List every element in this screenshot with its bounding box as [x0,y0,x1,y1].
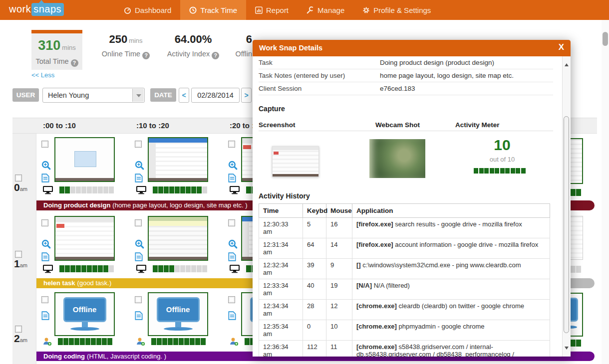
scroll-down-icon[interactable] [565,347,569,352]
snapshot-checkbox[interactable] [41,141,48,148]
column-header-00-10: :00 to :10 [43,121,76,130]
screenshot-thumbnail[interactable] [148,216,208,261]
capture-col-screenshot: Screenshot [259,121,296,129]
activity-bar-partial [571,340,582,347]
activity-bar [58,338,113,345]
screenshot-thumbnail[interactable] [54,216,115,261]
screenshot-thumbnail-partial[interactable] [569,216,583,260]
offline-monitor-icon: Offline [63,297,106,322]
page-scrollbar-thumb[interactable] [603,32,608,46]
page-scrollbar[interactable] [602,20,609,364]
zoom-in-icon[interactable] [41,239,51,251]
online-time-value: 250 [109,33,127,45]
date-badge: DATE [150,88,176,102]
scroll-up-icon[interactable] [565,61,569,66]
nav-item-dashboard[interactable]: Dashboard [115,0,180,20]
snapshot-checkbox[interactable] [135,219,142,226]
notes-icon[interactable] [41,174,49,184]
table-row: 12:34:34 am2812[chrome.exe] cleardb (cle… [259,300,550,320]
screenshot-thumbnail[interactable] [148,137,208,182]
logo-text-work: work [9,3,31,14]
stat-total-time[interactable]: 310mins Total Time [31,30,82,70]
offline-thumbnail-partial[interactable] [569,293,583,337]
modal-scrollbar-thumb[interactable] [564,116,569,333]
activity-bar [59,265,114,272]
col-application: Application [352,204,550,218]
user-select-value: Helen Young [48,91,89,99]
table-row: 12:36:34 am11211[chrome.exe] s58438.grid… [259,341,550,357]
total-time-value: 310 [38,38,60,53]
col-keybd: Keybd [303,204,326,218]
offline-monitor-icon: Offline [157,297,200,322]
zoom-in-icon[interactable] [228,161,238,172]
notes-icon[interactable] [228,252,236,263]
activity-bar [153,186,208,193]
info-row-client-session: Client Sessione76ced.183 [259,82,553,95]
nav-item-manage[interactable]: Manage [298,0,353,20]
row-checkbox-1am[interactable] [15,251,22,258]
notes-icon[interactable] [135,174,143,184]
notes-icon[interactable] [228,174,236,184]
notes-icon[interactable] [135,252,143,263]
nav-item-report[interactable]: Report [246,0,298,20]
row-checkbox-2am[interactable] [15,326,22,333]
table-row: 12:35:34 am010[chrome.exe] phpmyadmin - … [259,320,550,341]
snapshot-checkbox[interactable] [228,296,235,303]
hour-label-0am: 0am [14,182,27,193]
snapshot-checkbox[interactable] [228,219,235,226]
modal-scrollbar[interactable] [562,56,571,357]
close-icon[interactable]: X [559,42,564,52]
notes-icon[interactable] [41,252,49,263]
monitor-icon [42,264,53,273]
offline-thumbnail[interactable]: Offline [54,292,115,336]
screenshot-thumbnail[interactable] [54,137,115,182]
user-badge: USER [12,88,39,102]
user-select[interactable]: Helen Young [42,88,145,103]
row-checkbox-0am[interactable] [15,175,22,182]
capture-screenshot-thumbnail[interactable] [272,146,319,177]
snapshot-checkbox[interactable] [228,141,235,148]
activity-history-heading: Activity History [259,192,310,200]
help-icon[interactable] [142,52,150,59]
activity-bar [151,338,206,345]
nav-label: Dashboard [135,6,171,14]
person-add-icon [42,337,52,346]
help-icon[interactable] [71,59,78,67]
dashboard-icon [124,6,131,14]
date-input[interactable]: 02/28/2014 [191,88,240,103]
zoom-in-icon[interactable] [135,161,144,172]
total-time-label: Total Time [31,57,82,67]
next-date-button[interactable]: > [241,88,252,103]
zoom-in-icon[interactable] [41,161,51,172]
nav-item-track-time[interactable]: Track Time [180,0,246,20]
snapshot-checkbox[interactable] [41,296,48,303]
notes-icon[interactable] [135,311,143,322]
snapshot-cell [41,134,124,198]
table-row: 12:32:34 am399[] c:\windows\system32\cmd… [259,259,550,279]
online-time-unit: mins [129,37,142,44]
total-time-unit: mins [62,44,75,51]
snapshot-checkbox[interactable] [135,141,142,148]
nav-item-profile-settings[interactable]: Profile & Settings [353,0,440,20]
less-link[interactable]: << Less [31,71,54,79]
table-row: 12:33:34 am4019[N/A] N/A (filtered) [259,279,550,300]
notes-icon[interactable] [41,311,49,322]
prev-date-button[interactable]: < [179,88,189,103]
worksnaps-logo[interactable]: worksnaps [9,3,64,16]
monitor-icon [229,264,240,273]
offline-thumbnail[interactable]: Offline [148,292,208,336]
monitor-icon [136,185,147,194]
snapshot-checkbox[interactable] [135,296,142,303]
help-icon[interactable] [212,52,219,59]
screenshot-thumbnail-partial[interactable] [569,138,583,184]
capture-webcam-thumbnail[interactable] [369,139,425,178]
chevron-down-icon[interactable] [132,89,144,102]
online-time-label: Online Time [96,50,155,59]
notes-icon[interactable] [228,311,236,322]
report-icon [255,6,263,14]
zoom-in-icon[interactable] [135,239,144,251]
snapshot-checkbox[interactable] [41,219,48,226]
nav-label: Manage [317,6,344,14]
zoom-in-icon[interactable] [228,239,238,251]
monitor-icon [229,185,240,194]
